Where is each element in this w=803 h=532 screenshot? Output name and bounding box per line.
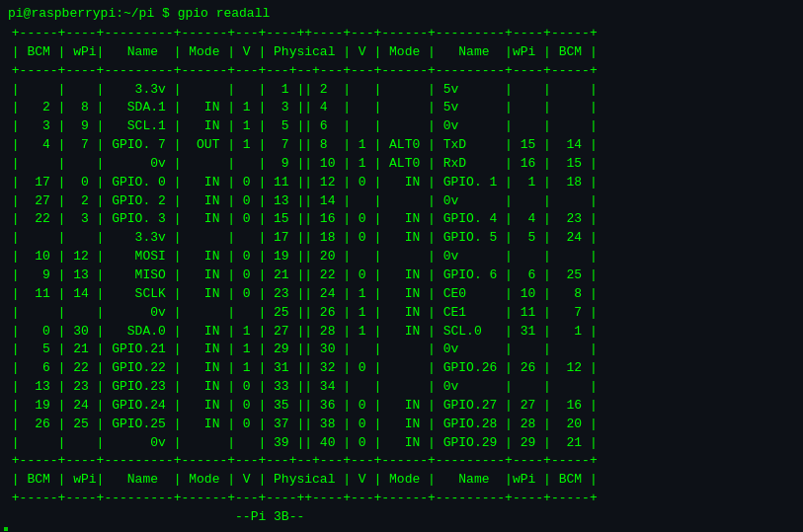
gpio-pre: +-----+----+---------+------+---+----++-… <box>4 25 799 527</box>
terminal-window: pi@raspberrypi:~/pi $ gpio readall +----… <box>0 0 803 532</box>
prompt-line: pi@raspberrypi:~/pi $ gpio readall <box>0 4 803 23</box>
table-area: +-----+----+---------+------+---+----++-… <box>0 25 803 527</box>
